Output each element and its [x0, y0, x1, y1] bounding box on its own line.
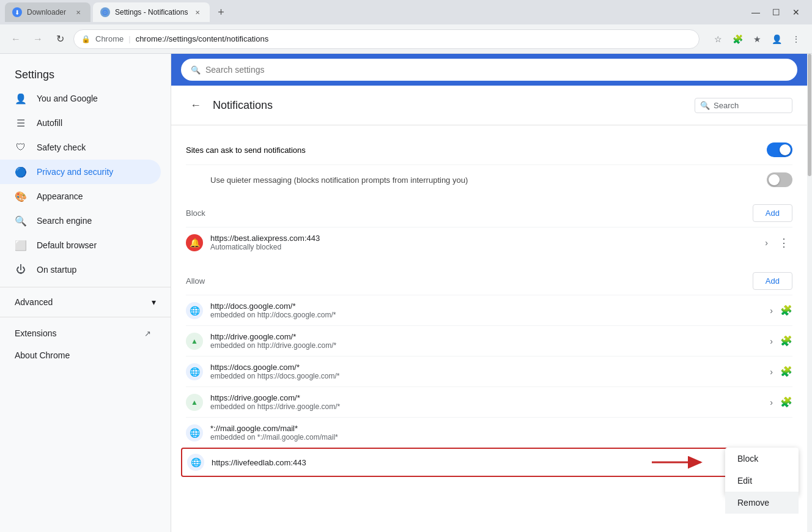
new-tab-button[interactable]: + — [212, 4, 229, 21]
profile-button[interactable]: 👤 — [768, 31, 785, 48]
scrollbar-track[interactable] — [807, 54, 812, 532]
aliexpress-actions: › ⋮ — [765, 234, 792, 251]
url-chrome-label: Chrome — [95, 34, 124, 43]
https-docs-sub: embedded on https://docs.google.com/* — [210, 372, 762, 380]
sidebar-title: Settings — [0, 59, 171, 86]
browser-frame: ⬇ Downloader ✕ ⚙ Settings - Notification… — [0, 0, 812, 532]
sidebar-item-you-and-google[interactable]: 👤 You and Google — [0, 86, 161, 111]
sites-ask-toggle-row: Sites can ask to send notifications — [186, 135, 792, 164]
bookmark-button[interactable]: ☆ — [709, 31, 726, 48]
allow-section: Allow Add 🌐 http://docs.google.com/* emb… — [186, 262, 792, 477]
url-divider: | — [128, 34, 130, 43]
refresh-button[interactable]: ↻ — [51, 31, 68, 48]
sidebar-item-safety-check[interactable]: 🛡 Safety check — [0, 135, 161, 160]
puzzle-button[interactable]: ★ — [748, 31, 766, 48]
window-controls: — ☐ ✕ — [751, 7, 807, 17]
maximize-button[interactable]: ☐ — [772, 7, 780, 17]
settings-panel: 🔍 ← Notifications 🔍 Search — [171, 54, 807, 532]
aliexpress-url: https://best.aliexpress.com:443 — [210, 234, 758, 243]
aliexpress-sub: Automatically blocked — [210, 243, 758, 251]
sidebar-item-privacy-security[interactable]: 🔵 Privacy and security — [0, 160, 161, 184]
sidebar-item-on-startup[interactable]: ⏻ On startup — [0, 257, 161, 282]
tab-settings[interactable]: ⚙ Settings - Notifications ✕ — [93, 2, 210, 22]
back-button[interactable]: ← — [7, 31, 24, 48]
sidebar-item-extensions[interactable]: Extensions ↗ — [0, 322, 161, 344]
search-input[interactable] — [205, 65, 788, 75]
chevron-icon-2: › — [770, 336, 773, 346]
puzzle-icon-3: 🧩 — [780, 366, 792, 377]
close-button[interactable]: ✕ — [792, 7, 800, 17]
sidebar-item-about[interactable]: About Chrome — [0, 344, 161, 366]
http-drive-info: http://drive.google.com/* embedded on ht… — [210, 332, 762, 350]
privacy-icon: 🔵 — [15, 166, 27, 178]
toggle-knob — [780, 144, 791, 155]
chevron-icon: › — [770, 306, 773, 316]
search-input-wrapper[interactable]: 🔍 — [181, 59, 797, 81]
context-menu-block[interactable]: Block — [725, 448, 799, 470]
favicon-http-docs: 🌐 — [186, 302, 203, 319]
puzzle-icon-4: 🧩 — [780, 396, 792, 408]
allow-site-row-mail: 🌐 *://mail.google.com/mail* embedded on … — [186, 417, 792, 448]
http-drive-sub: embedded on http://drive.google.com/* — [210, 341, 762, 350]
context-menu-edit[interactable]: Edit — [725, 470, 799, 492]
back-button-notifications[interactable]: ← — [186, 95, 205, 115]
sidebar-item-appearance[interactable]: 🎨 Appearance — [0, 184, 161, 209]
person-icon: 👤 — [15, 92, 27, 105]
menu-button[interactable]: ⋮ — [788, 31, 805, 48]
http-docs-actions: › 🧩 — [770, 305, 792, 316]
http-drive-url: http://drive.google.com/* — [210, 332, 762, 341]
quieter-messaging-row: Use quieter messaging (blocks notificati… — [186, 164, 792, 194]
quieter-messaging-label: Use quieter messaging (blocks notificati… — [210, 175, 468, 185]
sidebar-divider-1 — [0, 287, 171, 287]
quieter-toggle-knob — [769, 174, 780, 185]
favicon-https-drive: ▲ — [186, 394, 203, 411]
aliexpress-more-button[interactable]: ⋮ — [775, 234, 792, 251]
sidebar-item-search-engine[interactable]: 🔍 Search engine — [0, 209, 161, 233]
allow-section-title: Allow — [186, 276, 205, 286]
http-docs-url: http://docs.google.com/* — [210, 301, 762, 311]
sidebar-item-autofill[interactable]: ☰ Autofill — [0, 111, 161, 135]
aliexpress-site-info: https://best.aliexpress.com:443 Automati… — [210, 234, 758, 251]
forward-button[interactable]: → — [29, 31, 46, 48]
tab-settings-close[interactable]: ✕ — [193, 7, 202, 17]
context-menu: Block Edit Remove — [725, 448, 799, 495]
favicon-http-drive: ▲ — [186, 333, 203, 350]
main-content: Settings 👤 You and Google ☰ Autofill 🛡 S… — [0, 54, 812, 532]
notifications-search[interactable]: 🔍 Search — [695, 98, 792, 113]
sidebar: Settings 👤 You and Google ☰ Autofill 🛡 S… — [0, 54, 171, 532]
block-section-header: Block Add — [186, 194, 792, 227]
livefeedlab-row-container: 🌐 https://livefeedlab.com:443 — [186, 448, 792, 477]
notifications-title: Notifications — [213, 99, 687, 112]
sidebar-item-default-browser[interactable]: ⬜ Default browser — [0, 233, 161, 257]
block-add-button[interactable]: Add — [753, 204, 792, 222]
favicon-https-docs: 🌐 — [186, 363, 203, 380]
puzzle-icon-2: 🧩 — [780, 335, 792, 347]
favicon-livefeedlab: 🌐 — [187, 454, 204, 471]
sidebar-label-default-browser: Default browser — [37, 240, 97, 250]
sites-ask-toggle[interactable] — [767, 142, 792, 157]
context-menu-remove[interactable]: Remove — [725, 492, 799, 514]
url-text: chrome://settings/content/notifications — [136, 34, 269, 43]
chevron-icon-3: › — [770, 367, 773, 377]
http-docs-info: http://docs.google.com/* embedded on htt… — [210, 301, 762, 319]
sidebar-label-autofill: Autofill — [37, 118, 62, 128]
scrollbar-thumb[interactable] — [808, 54, 811, 176]
allow-add-button[interactable]: Add — [753, 272, 792, 290]
browser-icon: ⬜ — [15, 239, 27, 251]
chevron-right-icon: › — [765, 238, 768, 248]
http-drive-actions: › 🧩 — [770, 335, 792, 347]
search-icon: 🔍 — [15, 215, 27, 227]
tab-downloader[interactable]: ⬇ Downloader ✕ — [5, 2, 90, 22]
sidebar-advanced[interactable]: Advanced ▾ — [0, 292, 171, 312]
shield-icon: 🛡 — [15, 141, 27, 153]
tab-downloader-close[interactable]: ✕ — [73, 7, 83, 17]
https-docs-info: https://docs.google.com/* embedded on ht… — [210, 363, 762, 380]
minimize-button[interactable]: — — [751, 7, 760, 17]
sidebar-label-search-engine: Search engine — [37, 216, 92, 226]
allow-site-row-http-docs: 🌐 http://docs.google.com/* embedded on h… — [186, 295, 792, 325]
extension-button[interactable]: 🧩 — [729, 31, 746, 48]
quieter-messaging-toggle[interactable] — [767, 172, 792, 187]
allow-site-row-https-docs: 🌐 https://docs.google.com/* embedded on … — [186, 356, 792, 386]
url-bar[interactable]: 🔒 Chrome | chrome://settings/content/not… — [73, 29, 699, 49]
appearance-icon: 🎨 — [15, 190, 27, 202]
